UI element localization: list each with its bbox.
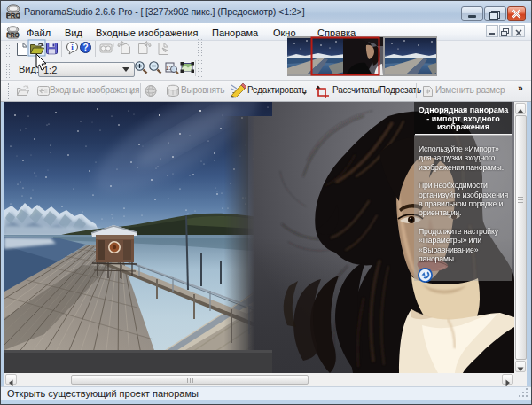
svg-text:?: ? [82, 43, 88, 52]
svg-text:PRO: PRO [6, 12, 20, 19]
svg-text:PRO: PRO [6, 32, 19, 38]
